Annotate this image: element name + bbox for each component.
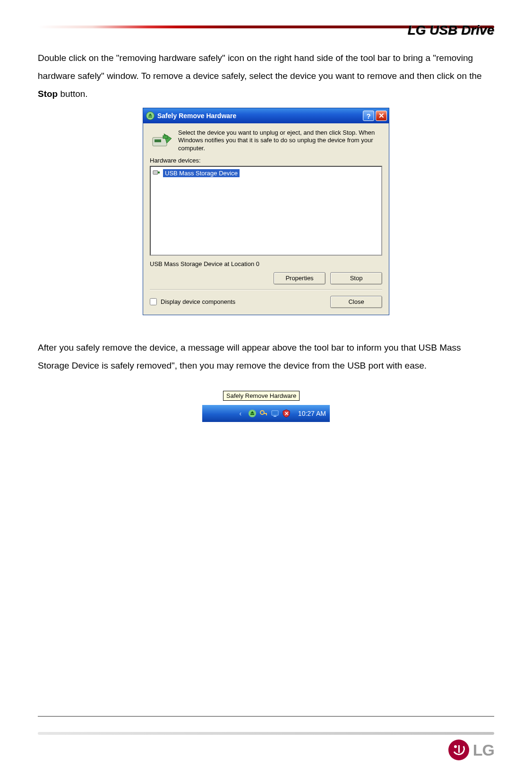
shield-icon[interactable]: ✕ <box>282 409 291 418</box>
hardware-icon <box>150 129 172 152</box>
tray-clock: 10:27 AM <box>298 410 326 417</box>
tray-expand-icon[interactable]: ‹ <box>237 406 244 421</box>
lg-logo: LG <box>38 740 494 760</box>
eject-tray-icon[interactable] <box>248 409 257 418</box>
svg-rect-14 <box>266 413 267 415</box>
taskbar[interactable]: ‹ ✕ 10:27 AM <box>202 405 330 422</box>
close-icon[interactable]: ✕ <box>376 111 387 121</box>
dialog-intro-text: Select the device you want to unplug or … <box>178 129 382 152</box>
display-components-label: Display device components <box>161 298 235 305</box>
lg-logo-circle <box>448 740 469 760</box>
svg-text:✕: ✕ <box>284 411 288 416</box>
eject-icon <box>146 112 154 120</box>
close-button[interactable]: Close <box>330 296 382 308</box>
svg-rect-4 <box>154 139 161 142</box>
svg-rect-11 <box>250 414 254 415</box>
help-button[interactable]: ? <box>363 111 374 121</box>
hardware-devices-list[interactable]: USB Mass Storage Device <box>150 166 382 256</box>
svg-rect-7 <box>153 171 158 174</box>
intro-bold: Stop <box>38 89 58 99</box>
doc-title: LG USB Drive <box>407 23 494 38</box>
safely-remove-dialog: Safely Remove Hardware ? ✕ Select the de… <box>143 108 389 315</box>
display-tray-icon[interactable] <box>271 409 279 418</box>
dialog-titlebar[interactable]: Safely Remove Hardware ? ✕ <box>143 108 389 123</box>
keys-icon[interactable] <box>259 409 268 418</box>
page-header: LG USB Drive <box>38 26 494 43</box>
svg-rect-16 <box>274 416 276 417</box>
dialog-separator <box>150 289 382 290</box>
footer-rule-thick <box>38 732 494 735</box>
systray-screenshot: Safely Remove Hardware ‹ ✕ <box>38 389 494 422</box>
intro-paragraph: Double click on the "removing hardware s… <box>38 49 494 103</box>
intro-text-1: Double click on the "removing hardware s… <box>38 53 482 81</box>
second-paragraph: After you safely remove the device, a me… <box>38 339 494 375</box>
svg-rect-2 <box>148 117 152 118</box>
svg-rect-15 <box>272 411 278 415</box>
dialog-screenshot: Safely Remove Hardware ? ✕ Select the de… <box>38 108 494 315</box>
device-status-line: USB Mass Storage Device at Location 0 <box>150 260 382 267</box>
page-footer: LG <box>38 716 494 760</box>
stop-button[interactable]: Stop <box>330 272 382 284</box>
svg-point-12 <box>260 411 264 414</box>
list-item[interactable]: USB Mass Storage Device <box>152 168 380 179</box>
selected-device: USB Mass Storage Device <box>163 169 240 177</box>
footer-rule-thin <box>38 716 494 717</box>
usb-device-icon <box>153 169 160 178</box>
display-components-input[interactable] <box>150 298 157 305</box>
lg-logo-text: LG <box>473 741 494 759</box>
svg-rect-8 <box>158 172 160 173</box>
properties-button[interactable]: Properties <box>274 272 326 284</box>
dialog-title: Safely Remove Hardware <box>157 112 361 120</box>
tray-tooltip: Safely Remove Hardware <box>223 391 300 401</box>
svg-rect-6 <box>163 136 168 138</box>
display-components-checkbox[interactable]: Display device components <box>150 298 235 305</box>
intro-text-2: button. <box>58 89 87 99</box>
devices-label: Hardware devices: <box>150 157 382 164</box>
